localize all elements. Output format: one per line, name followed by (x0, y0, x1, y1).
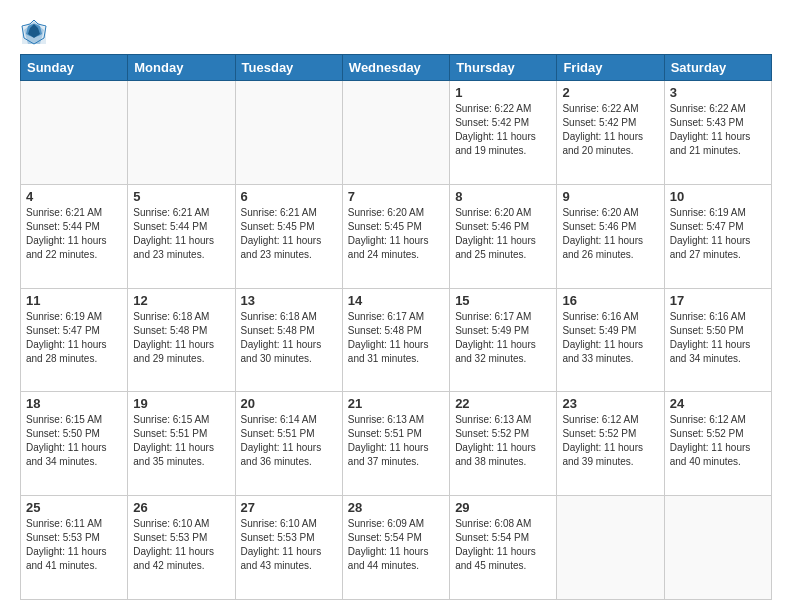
day-info: Sunrise: 6:09 AM Sunset: 5:54 PM Dayligh… (348, 517, 444, 573)
calendar-cell: 28Sunrise: 6:09 AM Sunset: 5:54 PM Dayli… (342, 496, 449, 600)
col-tuesday: Tuesday (235, 55, 342, 81)
day-number: 9 (562, 189, 658, 204)
day-info: Sunrise: 6:17 AM Sunset: 5:48 PM Dayligh… (348, 310, 444, 366)
day-info: Sunrise: 6:22 AM Sunset: 5:43 PM Dayligh… (670, 102, 766, 158)
week-row-4: 18Sunrise: 6:15 AM Sunset: 5:50 PM Dayli… (21, 392, 772, 496)
day-number: 10 (670, 189, 766, 204)
col-thursday: Thursday (450, 55, 557, 81)
calendar-cell: 21Sunrise: 6:13 AM Sunset: 5:51 PM Dayli… (342, 392, 449, 496)
day-info: Sunrise: 6:08 AM Sunset: 5:54 PM Dayligh… (455, 517, 551, 573)
week-row-1: 1Sunrise: 6:22 AM Sunset: 5:42 PM Daylig… (21, 81, 772, 185)
day-number: 28 (348, 500, 444, 515)
day-number: 14 (348, 293, 444, 308)
calendar-cell: 15Sunrise: 6:17 AM Sunset: 5:49 PM Dayli… (450, 288, 557, 392)
calendar-cell: 26Sunrise: 6:10 AM Sunset: 5:53 PM Dayli… (128, 496, 235, 600)
calendar-cell: 16Sunrise: 6:16 AM Sunset: 5:49 PM Dayli… (557, 288, 664, 392)
day-info: Sunrise: 6:11 AM Sunset: 5:53 PM Dayligh… (26, 517, 122, 573)
day-number: 7 (348, 189, 444, 204)
day-info: Sunrise: 6:22 AM Sunset: 5:42 PM Dayligh… (455, 102, 551, 158)
day-number: 19 (133, 396, 229, 411)
day-number: 29 (455, 500, 551, 515)
col-wednesday: Wednesday (342, 55, 449, 81)
calendar-cell: 22Sunrise: 6:13 AM Sunset: 5:52 PM Dayli… (450, 392, 557, 496)
day-number: 11 (26, 293, 122, 308)
day-info: Sunrise: 6:21 AM Sunset: 5:44 PM Dayligh… (26, 206, 122, 262)
day-number: 21 (348, 396, 444, 411)
col-saturday: Saturday (664, 55, 771, 81)
day-number: 16 (562, 293, 658, 308)
calendar-cell (21, 81, 128, 185)
week-row-5: 25Sunrise: 6:11 AM Sunset: 5:53 PM Dayli… (21, 496, 772, 600)
calendar: Sunday Monday Tuesday Wednesday Thursday… (20, 54, 772, 600)
calendar-cell: 23Sunrise: 6:12 AM Sunset: 5:52 PM Dayli… (557, 392, 664, 496)
col-sunday: Sunday (21, 55, 128, 81)
day-number: 1 (455, 85, 551, 100)
day-info: Sunrise: 6:10 AM Sunset: 5:53 PM Dayligh… (133, 517, 229, 573)
day-number: 15 (455, 293, 551, 308)
week-row-2: 4Sunrise: 6:21 AM Sunset: 5:44 PM Daylig… (21, 184, 772, 288)
calendar-cell: 18Sunrise: 6:15 AM Sunset: 5:50 PM Dayli… (21, 392, 128, 496)
day-info: Sunrise: 6:14 AM Sunset: 5:51 PM Dayligh… (241, 413, 337, 469)
calendar-cell: 25Sunrise: 6:11 AM Sunset: 5:53 PM Dayli… (21, 496, 128, 600)
day-info: Sunrise: 6:21 AM Sunset: 5:44 PM Dayligh… (133, 206, 229, 262)
day-number: 17 (670, 293, 766, 308)
logo-icon (20, 18, 48, 46)
calendar-cell: 24Sunrise: 6:12 AM Sunset: 5:52 PM Dayli… (664, 392, 771, 496)
calendar-cell: 7Sunrise: 6:20 AM Sunset: 5:45 PM Daylig… (342, 184, 449, 288)
day-number: 20 (241, 396, 337, 411)
week-row-3: 11Sunrise: 6:19 AM Sunset: 5:47 PM Dayli… (21, 288, 772, 392)
day-number: 3 (670, 85, 766, 100)
calendar-cell: 9Sunrise: 6:20 AM Sunset: 5:46 PM Daylig… (557, 184, 664, 288)
day-info: Sunrise: 6:13 AM Sunset: 5:51 PM Dayligh… (348, 413, 444, 469)
col-monday: Monday (128, 55, 235, 81)
day-number: 18 (26, 396, 122, 411)
day-number: 4 (26, 189, 122, 204)
day-number: 6 (241, 189, 337, 204)
day-info: Sunrise: 6:19 AM Sunset: 5:47 PM Dayligh… (670, 206, 766, 262)
day-number: 8 (455, 189, 551, 204)
day-info: Sunrise: 6:18 AM Sunset: 5:48 PM Dayligh… (241, 310, 337, 366)
day-number: 12 (133, 293, 229, 308)
day-info: Sunrise: 6:21 AM Sunset: 5:45 PM Dayligh… (241, 206, 337, 262)
calendar-cell: 29Sunrise: 6:08 AM Sunset: 5:54 PM Dayli… (450, 496, 557, 600)
day-number: 2 (562, 85, 658, 100)
header (20, 18, 772, 46)
day-info: Sunrise: 6:20 AM Sunset: 5:45 PM Dayligh… (348, 206, 444, 262)
day-info: Sunrise: 6:22 AM Sunset: 5:42 PM Dayligh… (562, 102, 658, 158)
day-info: Sunrise: 6:10 AM Sunset: 5:53 PM Dayligh… (241, 517, 337, 573)
day-number: 5 (133, 189, 229, 204)
day-info: Sunrise: 6:20 AM Sunset: 5:46 PM Dayligh… (455, 206, 551, 262)
calendar-cell: 13Sunrise: 6:18 AM Sunset: 5:48 PM Dayli… (235, 288, 342, 392)
day-number: 25 (26, 500, 122, 515)
day-info: Sunrise: 6:16 AM Sunset: 5:49 PM Dayligh… (562, 310, 658, 366)
calendar-cell: 10Sunrise: 6:19 AM Sunset: 5:47 PM Dayli… (664, 184, 771, 288)
calendar-cell: 14Sunrise: 6:17 AM Sunset: 5:48 PM Dayli… (342, 288, 449, 392)
calendar-header-row: Sunday Monday Tuesday Wednesday Thursday… (21, 55, 772, 81)
day-info: Sunrise: 6:17 AM Sunset: 5:49 PM Dayligh… (455, 310, 551, 366)
col-friday: Friday (557, 55, 664, 81)
calendar-cell: 1Sunrise: 6:22 AM Sunset: 5:42 PM Daylig… (450, 81, 557, 185)
calendar-cell: 5Sunrise: 6:21 AM Sunset: 5:44 PM Daylig… (128, 184, 235, 288)
day-number: 27 (241, 500, 337, 515)
day-number: 24 (670, 396, 766, 411)
day-number: 26 (133, 500, 229, 515)
calendar-cell (235, 81, 342, 185)
day-number: 13 (241, 293, 337, 308)
day-info: Sunrise: 6:16 AM Sunset: 5:50 PM Dayligh… (670, 310, 766, 366)
calendar-cell: 3Sunrise: 6:22 AM Sunset: 5:43 PM Daylig… (664, 81, 771, 185)
calendar-cell: 11Sunrise: 6:19 AM Sunset: 5:47 PM Dayli… (21, 288, 128, 392)
day-info: Sunrise: 6:13 AM Sunset: 5:52 PM Dayligh… (455, 413, 551, 469)
calendar-cell (128, 81, 235, 185)
day-info: Sunrise: 6:15 AM Sunset: 5:51 PM Dayligh… (133, 413, 229, 469)
calendar-cell: 19Sunrise: 6:15 AM Sunset: 5:51 PM Dayli… (128, 392, 235, 496)
day-info: Sunrise: 6:19 AM Sunset: 5:47 PM Dayligh… (26, 310, 122, 366)
calendar-cell (664, 496, 771, 600)
logo (20, 18, 54, 46)
day-info: Sunrise: 6:12 AM Sunset: 5:52 PM Dayligh… (670, 413, 766, 469)
day-number: 23 (562, 396, 658, 411)
calendar-cell: 4Sunrise: 6:21 AM Sunset: 5:44 PM Daylig… (21, 184, 128, 288)
calendar-cell (557, 496, 664, 600)
page: Sunday Monday Tuesday Wednesday Thursday… (0, 0, 792, 612)
day-number: 22 (455, 396, 551, 411)
calendar-cell: 20Sunrise: 6:14 AM Sunset: 5:51 PM Dayli… (235, 392, 342, 496)
